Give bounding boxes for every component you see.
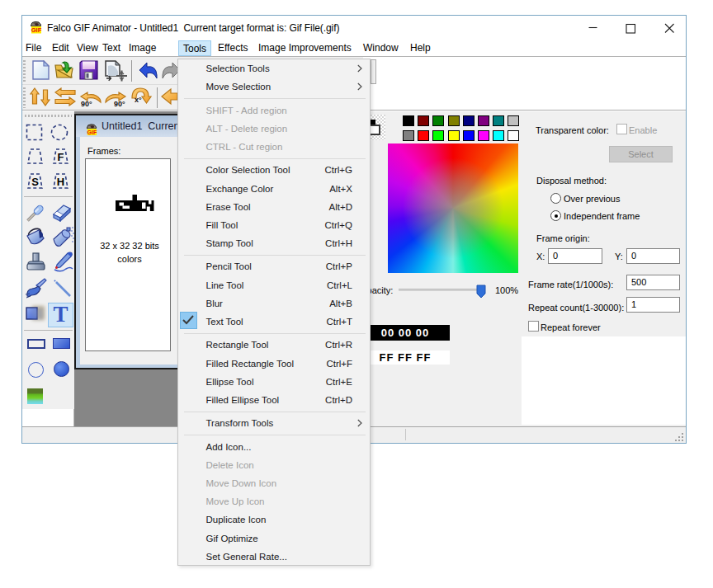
- svg-text:90°: 90°: [81, 100, 92, 107]
- svg-text:GIF: GIF: [31, 26, 42, 34]
- svg-text:90°: 90°: [114, 100, 125, 107]
- svg-text:S: S: [31, 176, 39, 188]
- svg-text:GIF: GIF: [87, 129, 97, 135]
- svg-text:x°: x°: [135, 96, 142, 104]
- svg-text:H: H: [57, 176, 64, 188]
- svg-text:F: F: [58, 151, 64, 163]
